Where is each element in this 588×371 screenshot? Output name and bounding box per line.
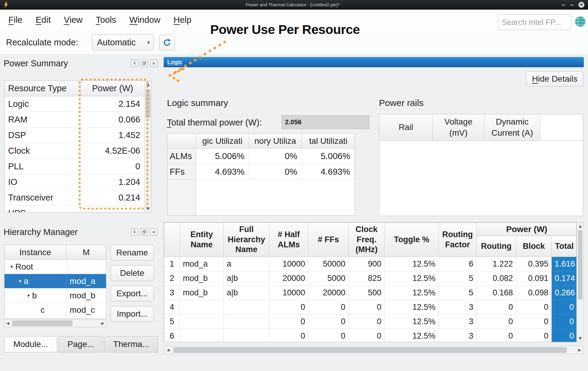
rename-button[interactable]: Rename [111,245,154,261]
hierarchy-name-cell[interactable] [224,300,269,315]
module-cell[interactable] [66,260,106,274]
menu-edit[interactable]: Edit [29,10,57,30]
power-cell[interactable] [81,206,144,213]
toggle-cell[interactable]: 12.5% [385,271,439,286]
table-row[interactable]: 4 0 0 0 12.5% 3 0 0 0 [164,300,577,315]
table-row[interactable]: 5 0 0 0 12.5% 3 0 0 0 [164,315,577,329]
half-alms-cell[interactable]: 10000 [269,257,308,271]
table-row[interactable]: HPS [5,206,151,213]
tree-row-b[interactable]: ▾ b mod_b [5,288,106,303]
vertical-scrollbar[interactable]: ▲ ▼ [577,222,584,342]
total-power-cell[interactable]: 0 [552,315,577,329]
clock-freq-cell[interactable]: 0 [349,329,385,342]
resource-type-cell[interactable]: Clock [5,143,81,158]
tab-thermal[interactable]: Therma... [105,336,158,352]
clock-freq-cell[interactable]: 0 [349,300,385,315]
routing-power-cell[interactable]: 0 [477,329,516,342]
resource-type-cell[interactable]: Transceiver [5,190,81,205]
module-cell[interactable]: mod_a [66,274,106,288]
routing-power-cell[interactable]: 0.168 [477,286,516,300]
menu-view[interactable]: View [57,10,89,30]
block-power-cell[interactable]: 0.395 [516,257,552,271]
total-power-cell[interactable]: 0 [552,300,577,315]
hierarchy-name-cell[interactable]: a|b [224,286,269,300]
menu-help[interactable]: Help [167,10,198,30]
search-input[interactable] [498,14,571,30]
table-row[interactable]: Logic 2.154 [5,96,151,112]
close-panel-icon[interactable]: ✕ [150,228,157,236]
ffs-cell[interactable]: 50000 [308,257,349,271]
table-row[interactable]: 1 mod_a a 10000 50000 900 12.5% 6 1.222 … [164,257,577,271]
recalculate-mode-select[interactable]: Automatic ▾ [92,34,154,50]
block-power-cell[interactable]: 0 [516,300,552,315]
float-icon[interactable] [141,60,148,67]
delete-button[interactable]: Delete [111,265,154,281]
entity-name-cell[interactable] [180,300,224,315]
table-row[interactable]: Transceiver 0.214 [5,190,151,206]
import-button[interactable]: Import... [111,306,154,322]
table-row[interactable]: RAM 0.066 [5,112,151,128]
clock-freq-cell[interactable]: 0 [349,315,385,329]
resource-type-cell[interactable]: RAM [5,112,81,127]
tab-page[interactable]: Page... [58,336,103,352]
block-power-cell[interactable]: 0.091 [516,271,552,286]
table-row[interactable]: DSP 1.452 [5,128,151,143]
tree-row-a[interactable]: ▾ a mod_a [5,274,106,288]
table-row[interactable]: PLL 0 [5,159,151,174]
scrollbar-thumb[interactable] [173,347,567,353]
routing-factor-cell[interactable]: 3 [439,300,477,315]
ffs-cell[interactable]: 0 [308,329,349,342]
toggle-cell[interactable]: 12.5% [385,300,439,315]
pin-icon[interactable] [131,60,138,67]
power-cell[interactable]: 1.452 [81,128,144,143]
routing-factor-cell[interactable]: 6 [439,257,477,271]
scroll-right-icon[interactable]: ▶ [576,346,583,354]
half-alms-cell[interactable]: 0 [269,300,308,315]
total-power-cell[interactable]: 0.266 [552,286,577,300]
resource-type-cell[interactable]: DSP [5,128,81,143]
scroll-down-icon[interactable]: ▼ [577,335,583,342]
power-cell[interactable]: 2.154 [81,96,144,112]
toggle-cell[interactable]: 12.5% [385,315,439,329]
ffs-cell[interactable]: 5000 [308,271,349,286]
block-power-cell[interactable]: 0 [516,315,552,329]
horizontal-scrollbar[interactable]: ◀ ▶ [165,346,583,354]
toggle-cell[interactable]: 12.5% [385,286,439,300]
resource-type-cell[interactable]: HPS [5,206,81,213]
routing-factor-cell[interactable]: 5 [439,286,477,300]
entity-name-cell[interactable] [180,315,224,329]
block-power-cell[interactable]: 0 [516,329,552,342]
table-row[interactable]: 6 0 0 0 12.5% 3 0 0 0 [164,329,577,342]
close-panel-icon[interactable]: ✕ [150,60,157,67]
scrollbar-thumb[interactable] [146,89,150,118]
routing-factor-cell[interactable]: 3 [439,329,477,342]
entity-name-cell[interactable] [180,329,224,342]
table-row[interactable]: Clock 4.52E-06 [5,143,151,159]
half-alms-cell[interactable]: 10000 [269,286,308,300]
scroll-up-icon[interactable]: ▲ [145,81,151,88]
half-alms-cell[interactable]: 0 [269,315,308,329]
toggle-cell[interactable]: 12.5% [385,257,439,271]
expander-icon[interactable]: ▾ [8,264,15,270]
power-cell[interactable]: 0.066 [81,112,144,127]
hierarchy-name-cell[interactable] [224,329,269,342]
scroll-left-icon[interactable]: ◀ [5,320,11,327]
table-row[interactable]: IO 1.204 [5,174,151,190]
scroll-up-icon[interactable]: ▲ [577,222,583,230]
pin-icon[interactable] [131,228,138,236]
routing-power-cell[interactable]: 0 [477,300,516,315]
clock-freq-cell[interactable]: 825 [349,271,385,286]
resource-type-cell[interactable]: IO [5,174,81,190]
expander-icon[interactable]: ▾ [17,278,24,284]
routing-power-cell[interactable]: 1.222 [477,257,516,271]
power-cell[interactable]: 1.204 [81,174,144,190]
scrollbar-thumb[interactable] [578,230,582,299]
clock-freq-cell[interactable]: 900 [349,257,385,271]
close-icon[interactable]: ✕ [578,2,584,8]
routing-power-cell[interactable]: 0 [477,315,516,329]
scroll-left-icon[interactable]: ◀ [165,346,171,354]
routing-factor-cell[interactable]: 3 [439,315,477,329]
ffs-cell[interactable]: 0 [308,300,349,315]
total-power-cell[interactable]: 1.616 [552,257,577,271]
tab-module[interactable]: Module... [4,336,57,352]
